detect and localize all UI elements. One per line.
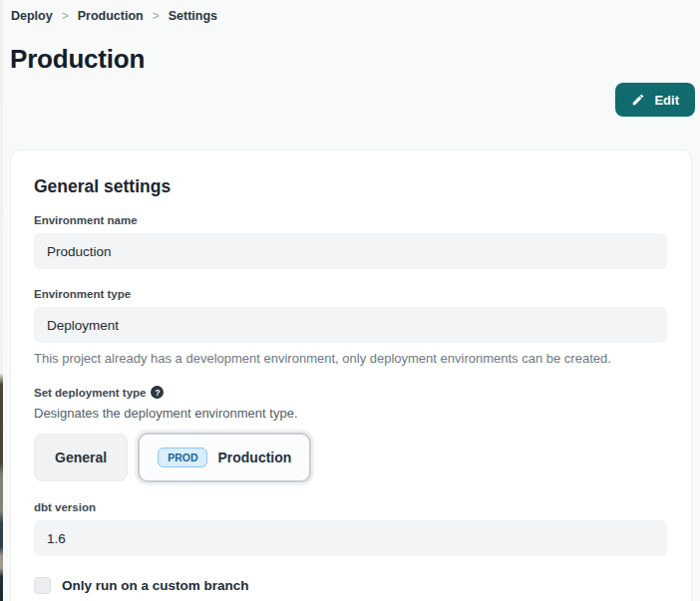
pencil-icon: [631, 93, 645, 107]
help-icon[interactable]: ?: [151, 386, 164, 399]
option-general-label: General: [55, 450, 107, 465]
page-title: Production: [10, 44, 145, 75]
section-heading: General settings: [34, 176, 667, 197]
window-edge-artifact: [0, 0, 3, 601]
breadcrumb-deploy[interactable]: Deploy: [11, 9, 53, 23]
deployment-type-option-general[interactable]: General: [34, 434, 128, 481]
breadcrumb-settings[interactable]: Settings: [169, 9, 217, 23]
option-production-label: Production: [217, 450, 291, 465]
custom-branch-row: Only run on a custom branch: [34, 577, 667, 594]
edit-button-label: Edit: [654, 93, 679, 108]
general-settings-card: General settings Environment name Enviro…: [10, 150, 692, 601]
deployment-type-options: General PROD Production: [34, 433, 667, 482]
deployment-type-label-row: Set deployment type ?: [34, 386, 667, 399]
breadcrumb-production[interactable]: Production: [78, 9, 144, 23]
deployment-type-description: Designates the deployment environment ty…: [34, 406, 667, 421]
dbt-version-label: dbt version: [34, 501, 667, 513]
chevron-right-icon: >: [153, 9, 160, 23]
environment-type-label: Environment type: [34, 288, 667, 300]
environment-name-input[interactable]: [34, 233, 667, 269]
deployment-type-label: Set deployment type: [34, 387, 146, 399]
custom-branch-label[interactable]: Only run on a custom branch: [62, 578, 249, 593]
environment-type-helper: This project already has a development e…: [34, 351, 667, 366]
edit-button[interactable]: Edit: [615, 83, 695, 117]
environment-name-label: Environment name: [34, 214, 667, 226]
chevron-right-icon: >: [62, 9, 69, 23]
deployment-type-option-production[interactable]: PROD Production: [138, 433, 311, 482]
environment-type-input[interactable]: [34, 307, 667, 343]
prod-badge: PROD: [158, 448, 207, 467]
breadcrumb: Deploy > Production > Settings: [11, 9, 217, 23]
dbt-version-input[interactable]: [34, 520, 667, 556]
custom-branch-checkbox[interactable]: [34, 577, 51, 594]
